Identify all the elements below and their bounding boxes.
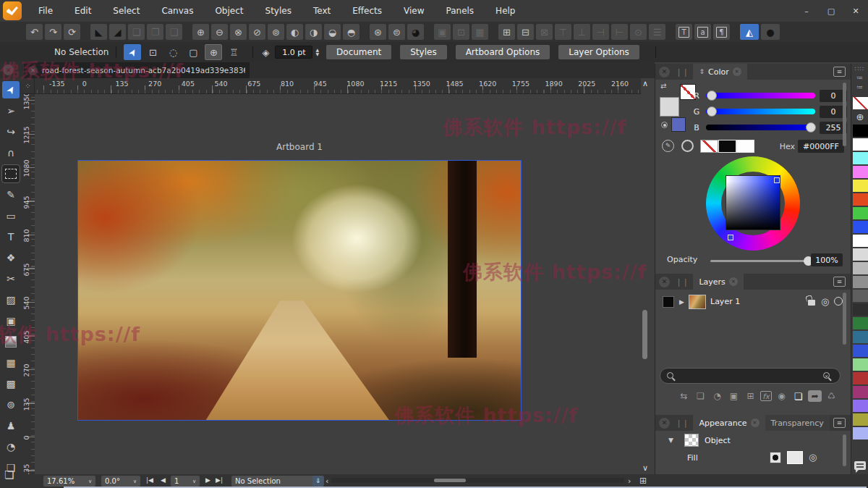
layer-options-button[interactable]: Layer Options: [558, 45, 639, 59]
text-tool[interactable]: T: [2, 228, 20, 245]
snap-target-toggle[interactable]: ⊕: [205, 44, 222, 60]
shapes-tool[interactable]: ⊚: [2, 396, 20, 413]
color-swatch[interactable]: [853, 372, 868, 384]
layer-row[interactable]: ▶ Layer 1 ◎: [658, 294, 843, 311]
tab-transparency[interactable]: Transparency: [765, 415, 830, 431]
color-wheel[interactable]: [706, 156, 800, 251]
delete-layer-icon[interactable]: ♺: [825, 390, 838, 403]
stroke-style-icon[interactable]: ◈: [262, 47, 269, 58]
expand-layer-icon[interactable]: ▶: [679, 298, 684, 306]
tab-color[interactable]: ⇕ Color ✕: [693, 64, 746, 80]
current-color-swatch[interactable]: [671, 117, 686, 132]
r-slider[interactable]: [706, 93, 815, 98]
edit-shape-icon[interactable]: ⊞: [498, 24, 515, 40]
menu-edit[interactable]: Edit: [64, 0, 102, 22]
intersect-icon[interactable]: ⊗: [230, 24, 247, 40]
compose-icon[interactable]: ⊟: [517, 24, 534, 40]
shear-icon[interactable]: ◣: [90, 24, 107, 40]
color-swatch[interactable]: [853, 221, 868, 233]
close-tab-icon[interactable]: ✕: [729, 277, 738, 286]
panel-grip-icon[interactable]: ❘❘: [676, 418, 689, 428]
tab-appearance[interactable]: Appearance ✕: [693, 415, 765, 431]
layer-select-circle[interactable]: [834, 297, 843, 306]
menu-view[interactable]: View: [393, 0, 435, 22]
color-panel-scrollbar[interactable]: [843, 83, 846, 146]
shape-builder-icon[interactable]: ●: [761, 24, 780, 40]
slider-knob[interactable]: [707, 91, 717, 101]
panel-menu-icon[interactable]: ≡: [833, 277, 846, 287]
close-panel-icon[interactable]: ✕: [659, 277, 670, 287]
artboard-label[interactable]: Artboard 1: [77, 142, 522, 152]
page-corner-tool-icon[interactable]: ❏: [4, 468, 14, 481]
select-tool[interactable]: ➤: [2, 81, 20, 98]
cycle-mode-icon[interactable]: ⇕: [699, 68, 705, 75]
color-swatch[interactable]: [853, 262, 868, 274]
trim-icon[interactable]: ◑: [305, 24, 322, 40]
color-swatch[interactable]: [853, 207, 868, 219]
redo-icon[interactable]: ↷: [45, 24, 61, 40]
panel-grip-icon[interactable]: ❘❘: [676, 277, 689, 287]
menu-help[interactable]: Help: [485, 0, 526, 22]
fill-type-icon[interactable]: [770, 452, 781, 463]
menu-text[interactable]: Text: [302, 0, 341, 22]
panel-grip-icon[interactable]: ❘❘: [676, 67, 689, 77]
hex-value-input[interactable]: #0000FF: [798, 140, 844, 153]
page-select[interactable]: 1 ∨: [171, 476, 200, 487]
pattern-tool[interactable]: ▩: [2, 375, 20, 392]
slider-knob[interactable]: [707, 106, 717, 117]
prev-page-icon[interactable]: ◀: [161, 476, 166, 484]
color-swatch[interactable]: [853, 166, 868, 178]
zoom-select[interactable]: 17.61% ∨: [43, 476, 95, 487]
document-button[interactable]: Document: [326, 45, 391, 59]
swap-colors-icon[interactable]: ⇄: [660, 82, 666, 90]
close-panel-icon[interactable]: ✕: [659, 67, 670, 77]
link-settings-icon[interactable]: ⇆: [677, 390, 691, 403]
tab-layers[interactable]: Layers ✕: [693, 274, 743, 290]
last-page-icon[interactable]: ▶|: [216, 476, 223, 484]
crop-op-icon[interactable]: ◒: [324, 24, 341, 40]
fit-view-icon[interactable]: ⇓: [312, 476, 323, 487]
image-frame-tool[interactable]: ▣: [2, 312, 20, 329]
color-swatch[interactable]: [853, 413, 868, 426]
marquee-select-tool[interactable]: ⊡: [144, 44, 161, 60]
layer-search-input[interactable]: [660, 368, 841, 384]
color-swatch[interactable]: [853, 358, 868, 371]
fill-visibility-eye-icon[interactable]: ◎: [809, 452, 817, 463]
combine-icon[interactable]: ⊛: [370, 24, 386, 40]
marquee-tool[interactable]: [2, 165, 20, 182]
next-page-icon[interactable]: ▶: [205, 476, 210, 484]
preview-mode-icon[interactable]: ◭: [740, 24, 759, 40]
color-swatch[interactable]: [853, 193, 868, 206]
layers-panel-scrollbar[interactable]: [843, 293, 846, 345]
color-swatch[interactable]: [853, 386, 868, 398]
artboard-grid-icon[interactable]: ⊞: [639, 476, 647, 486]
document-tab[interactable]: ✕ road-forest-season-autumn-acb7a2b0419a…: [24, 62, 250, 78]
stroke-width-input[interactable]: [275, 46, 312, 59]
g-slider[interactable]: [706, 109, 815, 114]
horizontal-scrollbar[interactable]: [331, 478, 624, 483]
merge-icon[interactable]: ◐: [286, 24, 303, 40]
black-color-swatch[interactable]: [718, 140, 736, 153]
menu-select[interactable]: Select: [102, 0, 150, 22]
new-frame-icon[interactable]: ⊞: [744, 390, 757, 403]
scroll-right-chevron[interactable]: ›: [628, 476, 631, 486]
color-swatch[interactable]: [853, 345, 868, 357]
menu-object[interactable]: Object: [204, 0, 254, 22]
layer-color-tag[interactable]: [663, 296, 674, 308]
opacity-value[interactable]: 100%: [811, 253, 843, 266]
color-swatch[interactable]: [853, 317, 868, 329]
none-color-swatch[interactable]: [700, 140, 718, 153]
exclude-icon[interactable]: ⊘: [249, 24, 265, 40]
outline-op-icon[interactable]: ◓: [343, 24, 359, 40]
appearance-panel-scrollbar[interactable]: [843, 434, 846, 466]
color-swatch[interactable]: [853, 248, 868, 261]
vertical-scrollbar-thumb[interactable]: [642, 310, 647, 359]
duplicate-layer-icon[interactable]: ❏: [694, 390, 707, 403]
canvas-viewport[interactable]: Artboard 1: [35, 94, 641, 474]
pen-tool[interactable]: ✎: [2, 186, 20, 203]
panel-menu-icon[interactable]: ≡: [833, 67, 846, 77]
color-swatch[interactable]: [853, 180, 868, 192]
curve-select-tool[interactable]: ↪: [2, 123, 20, 140]
unlock-icon[interactable]: [808, 300, 815, 306]
panel-menu-icon[interactable]: ≡: [833, 418, 846, 428]
